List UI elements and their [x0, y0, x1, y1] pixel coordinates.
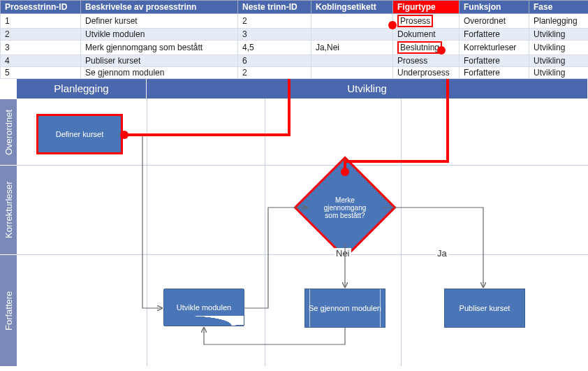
th-next: Neste trinn-ID [238, 1, 311, 14]
cell-shape: Prosess [393, 14, 460, 29]
cell-func: Korrekturleser [460, 41, 529, 55]
table-row: 1 Definer kurset 2 Prosess Overordnet Pl… [1, 14, 589, 29]
cell-next: 3 [238, 29, 311, 41]
cell-next: 2 [238, 67, 311, 79]
cell-func: Forfattere [460, 67, 529, 79]
phase-stub [0, 79, 17, 99]
shape-highlight-prosess: Prosess [397, 15, 433, 27]
shape-definer-kurset[interactable]: Definer kurset [36, 114, 123, 154]
cell-conn [311, 55, 393, 67]
th-id: Prosesstrinn-ID [1, 1, 81, 14]
cell-next: 6 [238, 55, 311, 67]
swimlane-diagram: Planlegging Utvikling Overordnet Korrekt… [0, 79, 588, 366]
cell-func: Overordnet [460, 14, 529, 29]
cell-phase: Utvikling [529, 29, 589, 41]
connector-label-nei: Nei [335, 248, 351, 259]
shape-highlight-beslutning: Beslutning [397, 41, 442, 54]
cell-id: 4 [1, 55, 81, 67]
cell-phase: Planlegging [529, 14, 589, 29]
th-phase: Fase [529, 1, 589, 14]
cell-desc: Utvikle modulen [81, 29, 238, 41]
lane-overordnet: Overordnet [0, 99, 17, 165]
cell-next: 2 [238, 14, 311, 29]
cell-func: Forfattere [460, 55, 529, 67]
decision-label: Merke gjennomgang som bestått? [309, 171, 381, 244]
diagram-canvas: Definer kurset Merke gjennomgang som bes… [17, 99, 588, 366]
shape-decision-gjennomgang[interactable]: Merke gjennomgang som bestått? [309, 171, 381, 244]
shape-publiser-kurset[interactable]: Publiser kurset [444, 289, 525, 328]
cell-id: 3 [1, 41, 81, 55]
lane-korrekturleser: Korrekturleser [0, 165, 17, 254]
conn-decision-yes-publish [383, 208, 483, 287]
lane-forfattere: Forfattere [0, 254, 17, 366]
cell-shape: Underprosess [393, 67, 460, 79]
th-conn: Koblingsetikett [311, 1, 393, 14]
cell-shape: Beslutning [393, 41, 460, 55]
phase-development: Utvikling [147, 79, 588, 99]
th-shape: Figurtype [393, 1, 460, 14]
cell-desc: Se gjennom modulen [81, 67, 238, 79]
cell-desc: Definer kurset [81, 14, 238, 29]
cell-desc: Merk gjennomgang som bestått [81, 41, 238, 55]
conn-develop-decision [244, 208, 307, 308]
table-row: 5 Se gjennom modulen 2 Underprosess Forf… [1, 67, 589, 79]
table-header-row: Prosesstrinn-ID Beskrivelse av prosesstr… [1, 1, 589, 14]
table-row: 4 Publiser kurset 6 Prosess Forfattere U… [1, 55, 589, 67]
cell-func: Forfattere [460, 29, 529, 41]
cell-shape: Dokument [393, 29, 460, 41]
th-desc: Beskrivelse av prosesstrinn [81, 1, 238, 14]
cell-phase: Utvikling [529, 67, 589, 79]
conn-define-develop [123, 134, 162, 308]
lane-labels: Overordnet Korrekturleser Forfattere [0, 99, 17, 366]
cell-phase: Utvikling [529, 41, 589, 55]
connector-label-ja: Ja [436, 248, 448, 259]
cell-conn [311, 29, 393, 41]
cell-id: 5 [1, 67, 81, 79]
cell-id: 2 [1, 29, 81, 41]
shape-utvikle-modulen[interactable]: Utvikle modulen [163, 289, 244, 326]
highlight-dot-prosess [120, 131, 128, 139]
cell-phase: Utvikling [529, 55, 589, 67]
process-table: Prosesstrinn-ID Beskrivelse av prosesstr… [0, 0, 588, 79]
highlight-dot-table-prosess [388, 21, 397, 29]
cell-conn [311, 14, 393, 29]
th-func: Funksjon [460, 1, 529, 14]
cell-shape: Prosess [393, 55, 460, 67]
highlight-dot-table-beslutning [437, 46, 446, 54]
table-row: 3 Merk gjennomgang som bestått 4,5 Ja,Ne… [1, 41, 589, 55]
cell-desc: Publiser kurset [81, 55, 238, 67]
cell-next: 4,5 [238, 41, 311, 55]
phase-header: Planlegging Utvikling [0, 79, 588, 99]
cell-id: 1 [1, 14, 81, 29]
cell-conn: Ja,Nei [311, 41, 393, 55]
shape-se-gjennom-modulen[interactable]: Se gjennom modulen [304, 289, 385, 328]
phase-planning: Planlegging [17, 79, 147, 99]
table-row: 2 Utvikle modulen 3 Dokument Forfattere … [1, 29, 589, 41]
cell-conn [311, 67, 393, 79]
conn-review-develop [204, 328, 345, 344]
highlight-dot-beslutning [341, 168, 349, 176]
